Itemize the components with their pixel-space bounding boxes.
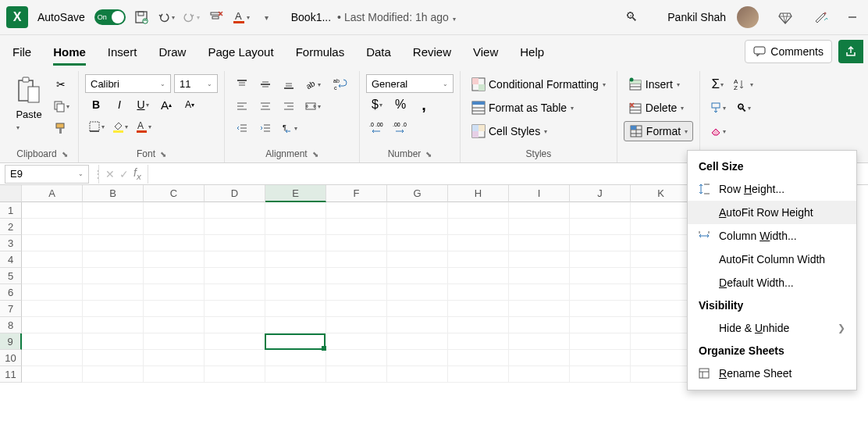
- font-color-qat-icon[interactable]: A▾: [232, 8, 251, 27]
- cell[interactable]: [326, 251, 387, 268]
- cell[interactable]: [387, 251, 448, 268]
- cell[interactable]: [387, 219, 448, 235]
- cell[interactable]: [570, 366, 631, 383]
- cell[interactable]: [22, 219, 83, 235]
- enter-formula-icon[interactable]: ✓: [119, 168, 129, 180]
- col-header[interactable]: J: [570, 185, 631, 202]
- qat-customize-icon[interactable]: ▾: [257, 8, 276, 27]
- tab-draw[interactable]: Draw: [158, 39, 186, 65]
- tab-view[interactable]: View: [473, 39, 498, 65]
- cell[interactable]: [265, 251, 326, 268]
- cell[interactable]: [265, 350, 326, 366]
- cell[interactable]: [570, 251, 631, 268]
- clear-icon[interactable]: ▾: [706, 121, 728, 141]
- cell[interactable]: [22, 317, 83, 333]
- cut-icon[interactable]: ✂: [50, 74, 72, 94]
- cell[interactable]: [570, 333, 631, 350]
- clear-filter-icon[interactable]: [207, 8, 226, 27]
- cell[interactable]: [144, 366, 205, 383]
- cell[interactable]: [22, 251, 83, 268]
- cell[interactable]: [144, 251, 205, 268]
- cell[interactable]: [205, 219, 265, 235]
- cell[interactable]: [631, 350, 692, 366]
- cell[interactable]: [265, 317, 326, 333]
- cell[interactable]: [448, 219, 509, 235]
- cell[interactable]: [326, 366, 387, 383]
- menu-column-width[interactable]: Column Width...: [688, 224, 856, 248]
- increase-decimal-icon[interactable]: .0.00: [366, 116, 388, 137]
- cell[interactable]: [22, 268, 83, 284]
- cell[interactable]: [326, 235, 387, 251]
- cell[interactable]: [448, 301, 509, 317]
- cell[interactable]: [265, 268, 326, 284]
- cell[interactable]: [631, 317, 692, 333]
- cell[interactable]: [448, 317, 509, 333]
- cell[interactable]: [83, 202, 144, 219]
- bold-button[interactable]: B: [85, 94, 107, 115]
- align-middle-icon[interactable]: [254, 74, 276, 94]
- alignment-dialog-launcher[interactable]: ⬊: [312, 150, 318, 159]
- cell[interactable]: [387, 350, 448, 366]
- cell[interactable]: [448, 202, 509, 219]
- cell[interactable]: [83, 251, 144, 268]
- align-left-icon[interactable]: [231, 96, 253, 116]
- cell[interactable]: [570, 202, 631, 219]
- cell[interactable]: [22, 350, 83, 366]
- cell[interactable]: [509, 284, 570, 301]
- tab-home[interactable]: Home: [53, 39, 86, 65]
- align-right-icon[interactable]: [278, 96, 300, 116]
- cell[interactable]: [83, 366, 144, 383]
- insert-cells-button[interactable]: Insert ▾: [624, 74, 693, 94]
- menu-default-width[interactable]: Default Width...: [688, 271, 856, 294]
- merge-center-icon[interactable]: ▾: [301, 96, 323, 116]
- cell[interactable]: [448, 366, 509, 383]
- cell[interactable]: [205, 333, 265, 350]
- align-top-icon[interactable]: [231, 74, 253, 94]
- increase-indent-icon[interactable]: [254, 118, 276, 138]
- document-name[interactable]: Book1...: [291, 11, 331, 23]
- col-header[interactable]: E: [265, 185, 326, 202]
- percent-format-icon[interactable]: %: [390, 94, 411, 115]
- row-header[interactable]: 8: [0, 317, 22, 333]
- delete-cells-button[interactable]: Delete ▾: [624, 98, 693, 118]
- cell[interactable]: [265, 333, 326, 350]
- cell[interactable]: [265, 301, 326, 317]
- row-header[interactable]: 5: [0, 268, 22, 284]
- find-select-icon[interactable]: 🔍︎▾: [730, 98, 756, 118]
- col-header[interactable]: C: [144, 185, 205, 202]
- cell[interactable]: [509, 366, 570, 383]
- tab-file[interactable]: File: [12, 39, 31, 65]
- col-header[interactable]: G: [387, 185, 448, 202]
- row-header[interactable]: 2: [0, 219, 22, 235]
- comma-format-icon[interactable]: ,: [413, 94, 435, 115]
- cell[interactable]: [448, 251, 509, 268]
- cell[interactable]: [387, 284, 448, 301]
- cell[interactable]: [22, 235, 83, 251]
- menu-autofit-column-width[interactable]: AutoFit Column Width: [688, 248, 856, 271]
- cell[interactable]: [205, 317, 265, 333]
- conditional-formatting-button[interactable]: Conditional Formatting▾: [467, 74, 610, 94]
- cell[interactable]: [22, 333, 83, 350]
- row-header[interactable]: 7: [0, 301, 22, 317]
- cell[interactable]: [265, 366, 326, 383]
- redo-icon[interactable]: ▾: [182, 8, 201, 27]
- wrap-text-icon[interactable]: abc: [328, 74, 353, 94]
- cell[interactable]: [509, 317, 570, 333]
- tab-formulas[interactable]: Formulas: [296, 39, 345, 65]
- cell[interactable]: [387, 333, 448, 350]
- cell[interactable]: [448, 284, 509, 301]
- fx-icon[interactable]: fx: [133, 166, 141, 181]
- fill-icon[interactable]: ▾: [706, 98, 728, 118]
- cell[interactable]: [326, 202, 387, 219]
- cell[interactable]: [631, 251, 692, 268]
- row-header[interactable]: 6: [0, 284, 22, 301]
- cell[interactable]: [631, 333, 692, 350]
- user-avatar[interactable]: [737, 6, 759, 28]
- row-header[interactable]: 11: [0, 366, 22, 383]
- fill-color-button[interactable]: ▾: [108, 116, 130, 137]
- accounting-format-icon[interactable]: $▾: [366, 94, 388, 115]
- italic-button[interactable]: I: [108, 94, 130, 115]
- cell[interactable]: [83, 301, 144, 317]
- cell[interactable]: [509, 251, 570, 268]
- name-box[interactable]: E9⌄: [5, 165, 89, 184]
